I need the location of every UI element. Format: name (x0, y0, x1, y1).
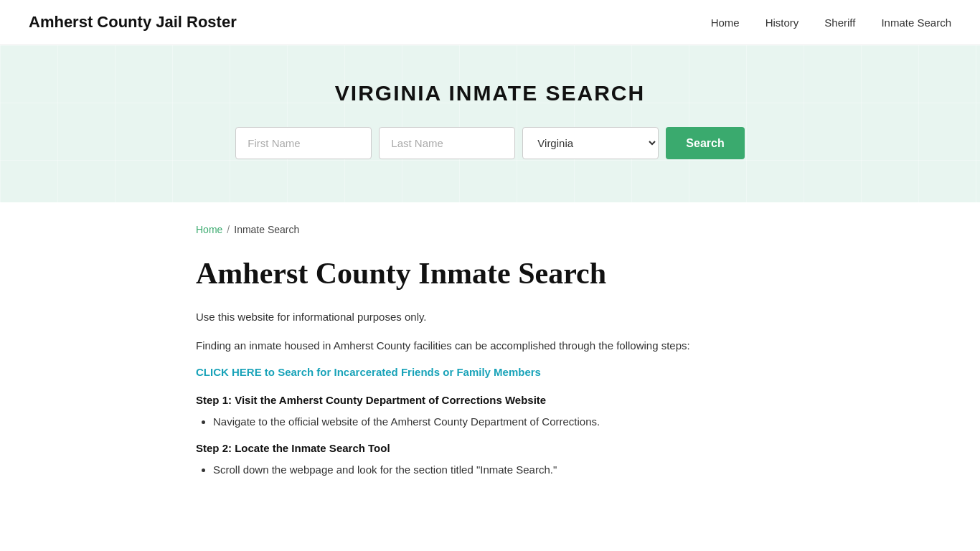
step1-list: Navigate to the official website of the … (213, 413, 784, 430)
step2-heading: Step 2: Locate the Inmate Search Tool (196, 442, 784, 454)
step2-list: Scroll down the webpage and look for the… (213, 461, 784, 479)
step1-heading: Step 1: Visit the Amherst County Departm… (196, 394, 784, 406)
intro-para-2: Finding an inmate housed in Amherst Coun… (196, 337, 784, 354)
breadcrumb-separator: / (227, 224, 230, 235)
nav-sheriff[interactable]: Sheriff (824, 17, 855, 29)
search-button[interactable]: Search (666, 127, 744, 159)
page-heading: Amherst County Inmate Search (196, 255, 784, 291)
nav-home[interactable]: Home (711, 17, 740, 29)
first-name-input[interactable] (235, 127, 372, 159)
site-header: Amherst County Jail Roster Home History … (0, 0, 980, 45)
hero-banner: VIRGINIA INMATE SEARCH VirginiaAlabamaAl… (0, 45, 980, 202)
site-title[interactable]: Amherst County Jail Roster (29, 13, 237, 32)
step1-bullet: Navigate to the official website of the … (213, 413, 784, 430)
breadcrumb-home-link[interactable]: Home (196, 224, 222, 235)
main-content: Home / Inmate Search Amherst County Inma… (167, 202, 813, 533)
nav-history[interactable]: History (765, 17, 799, 29)
click-here-link[interactable]: CLICK HERE to Search for Incarcerated Fr… (196, 366, 541, 378)
search-form: VirginiaAlabamaAlaskaArizonaArkansasCali… (14, 127, 966, 159)
breadcrumb-current: Inmate Search (234, 224, 299, 235)
breadcrumb: Home / Inmate Search (196, 224, 784, 235)
nav-inmate-search[interactable]: Inmate Search (881, 17, 951, 29)
hero-title: VIRGINIA INMATE SEARCH (14, 81, 966, 105)
step2-bullet: Scroll down the webpage and look for the… (213, 461, 784, 479)
intro-para-1: Use this website for informational purpo… (196, 309, 784, 326)
state-select[interactable]: VirginiaAlabamaAlaskaArizonaArkansasCali… (522, 127, 659, 159)
last-name-input[interactable] (379, 127, 515, 159)
main-nav: Home History Sheriff Inmate Search (711, 17, 951, 29)
